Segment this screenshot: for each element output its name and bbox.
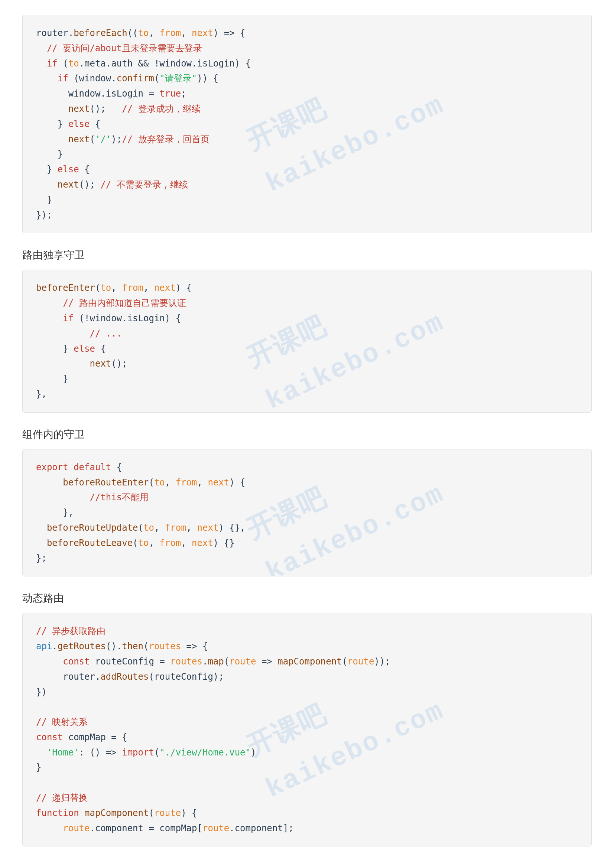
section-heading-component-guard: 组件内的守卫 [22, 428, 592, 442]
code-content: router.beforeEach((to, from, next) => { … [36, 26, 578, 222]
code-block-dynamic-route: 开课吧kaikebo.com // 异步获取路由 api.getRoutes()… [22, 613, 592, 846]
code-block-global-guard: 开课吧kaikebo.com router.beforeEach((to, fr… [22, 15, 592, 233]
code-block-component-guard: 开课吧kaikebo.com export default { beforeRo… [22, 449, 592, 577]
code-content: export default { beforeRouteEnter(to, fr… [36, 460, 578, 566]
code-content: beforeEnter(to, from, next) { // 路由内部知道自… [36, 281, 578, 401]
section-heading-dynamic-route: 动态路由 [22, 591, 592, 605]
section-heading-route-guard: 路由独享守卫 [22, 248, 592, 262]
code-block-route-guard: 开课吧kaikebo.com beforeEnter(to, from, nex… [22, 270, 592, 412]
code-content: // 异步获取路由 api.getRoutes().then(routes =>… [36, 624, 578, 836]
